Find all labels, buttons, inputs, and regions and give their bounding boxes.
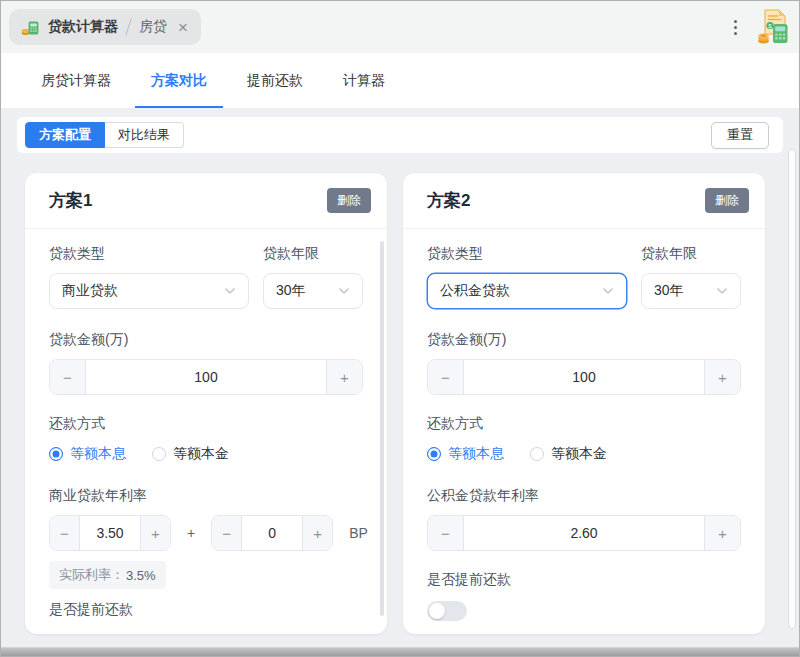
plan2-term-label: 贷款年限 — [641, 245, 741, 263]
titlebar-actions: $ — [728, 7, 793, 47]
page-tab-title: 房贷 — [139, 18, 167, 36]
plan1-amount-input[interactable]: 100 — [86, 360, 326, 394]
bp-unit-label: BP — [349, 525, 368, 541]
plan2-rate-stepper: − 2.60 + — [427, 515, 741, 551]
plan2-header: 方案2 删除 — [403, 173, 765, 229]
plan1-header: 方案1 删除 — [25, 173, 387, 229]
minus-button[interactable]: − — [50, 360, 86, 394]
plan1-term-select[interactable]: 30年 — [263, 273, 363, 309]
plus-button[interactable]: + — [326, 360, 362, 394]
plan1-repay-label: 还款方式 — [49, 415, 363, 433]
plan1-amount-stepper: − 100 + — [49, 359, 363, 395]
tab-close-icon[interactable]: × — [175, 18, 191, 37]
radio-unselected-icon — [530, 447, 544, 461]
plan1-body: 贷款类型 商业贷款 贷款年限 30年 — [25, 229, 387, 634]
plan1-bp-stepper: − 0 + — [211, 515, 333, 551]
plan2-loan-type-select[interactable]: 公积金贷款 — [427, 273, 627, 309]
radio-label: 等额本金 — [173, 445, 229, 463]
minus-button[interactable]: − — [212, 516, 242, 550]
plan2-loan-type-value: 公积金贷款 — [440, 282, 510, 300]
plan2-repay-label: 还款方式 — [427, 415, 741, 433]
plan2-radio-equal-installment[interactable]: 等额本息 — [427, 445, 504, 463]
radio-label: 等额本息 — [70, 445, 126, 463]
minus-button[interactable]: − — [428, 360, 464, 394]
plan1-amount-label: 贷款金额(万) — [49, 331, 363, 349]
plan1-rate-row: − 3.50 + + − 0 + BP — [49, 515, 363, 551]
plan1-loan-type-label: 贷款类型 — [49, 245, 249, 263]
radio-selected-icon — [49, 447, 63, 461]
plan2-repay-options: 等额本息 等额本金 — [427, 445, 741, 463]
reset-button[interactable]: 重置 — [711, 122, 769, 149]
radio-unselected-icon — [152, 447, 166, 461]
comparison-toolbar: 方案配置 对比结果 重置 — [17, 117, 783, 153]
plan1-radio-equal-principal[interactable]: 等额本金 — [152, 445, 229, 463]
plan2-amount-stepper: − 100 + — [427, 359, 741, 395]
plan-cards: 方案1 删除 贷款类型 商业贷款 贷款年限 — [1, 153, 799, 634]
plan2-prepay-label: 是否提前还款 — [427, 571, 741, 589]
tab-mortgage-calculator[interactable]: 房贷计算器 — [25, 53, 127, 108]
plan2-term-value: 30年 — [654, 282, 684, 300]
plan1-repay-options: 等额本息 等额本金 — [49, 445, 363, 463]
app-tab-title: 贷款计算器 — [48, 18, 118, 36]
plan1-title: 方案1 — [49, 189, 92, 212]
plan1-loan-type-select[interactable]: 商业贷款 — [49, 273, 249, 309]
plan2-amount-label: 贷款金额(万) — [427, 331, 741, 349]
radio-label: 等额本金 — [551, 445, 607, 463]
plan1-loan-type-value: 商业贷款 — [62, 282, 118, 300]
radio-selected-icon — [427, 447, 441, 461]
plan2-prepay-toggle[interactable] — [427, 601, 467, 621]
plan1-radio-equal-installment[interactable]: 等额本息 — [49, 445, 126, 463]
plan1-prepay-label: 是否提前还款 — [49, 601, 363, 619]
page-scrollbar-thumb[interactable] — [788, 149, 796, 629]
chevron-down-icon — [716, 287, 728, 295]
titlebar: 贷款计算器 房贷 × $ — [1, 1, 799, 53]
tab-early-repayment[interactable]: 提前还款 — [231, 53, 319, 108]
chevron-down-icon — [338, 287, 350, 295]
minus-button[interactable]: − — [428, 516, 464, 550]
page-scrollbar[interactable] — [787, 111, 797, 646]
plan1-scrollbar[interactable] — [380, 241, 384, 616]
plan1-bp-input[interactable]: 0 — [242, 516, 302, 550]
plan2-title: 方案2 — [427, 189, 470, 212]
actual-rate-value: 3.5% — [126, 568, 156, 583]
plan2-term-select[interactable]: 30年 — [641, 273, 741, 309]
plan2-rate-input[interactable]: 2.60 — [464, 516, 704, 550]
app-window: 贷款计算器 房贷 × $ — [0, 0, 800, 657]
main-tab-bar: 房贷计算器 方案对比 提前还款 计算器 — [1, 53, 799, 109]
plus-button[interactable]: + — [704, 516, 740, 550]
window-bottom-edge — [1, 647, 799, 656]
plan1-rate-stepper: − 3.50 + — [49, 515, 171, 551]
plus-button[interactable]: + — [140, 516, 170, 550]
plus-button[interactable]: + — [704, 360, 740, 394]
plus-button[interactable]: + — [302, 516, 332, 550]
chevron-down-icon — [224, 287, 236, 295]
segment-plan-config[interactable]: 方案配置 — [25, 122, 105, 148]
rate-plus-joiner: + — [187, 525, 195, 541]
actual-rate-label: 实际利率： — [59, 566, 124, 584]
app-logo-icon: $ — [753, 7, 791, 47]
tab-separator — [125, 18, 132, 35]
plan2-rate-label: 公积金贷款年利率 — [427, 487, 741, 505]
plan2-radio-equal-principal[interactable]: 等额本金 — [530, 445, 607, 463]
plan2-loan-type-label: 贷款类型 — [427, 245, 627, 263]
chevron-down-icon — [602, 287, 614, 295]
app-favicon-icon — [21, 18, 40, 37]
plan2-body: 贷款类型 公积金贷款 贷款年限 30年 — [403, 229, 765, 634]
view-segmented-control: 方案配置 对比结果 — [25, 122, 184, 148]
tab-plan-comparison[interactable]: 方案对比 — [135, 53, 223, 108]
segment-comparison-result[interactable]: 对比结果 — [105, 122, 184, 148]
plan1-rate-input[interactable]: 3.50 — [80, 516, 140, 550]
radio-label: 等额本息 — [448, 445, 504, 463]
toggle-knob — [429, 603, 445, 619]
more-menu-icon[interactable] — [728, 14, 743, 41]
plan1-card: 方案1 删除 贷款类型 商业贷款 贷款年限 — [25, 173, 387, 634]
plan1-term-label: 贷款年限 — [263, 245, 363, 263]
browser-tab[interactable]: 贷款计算器 房贷 × — [9, 9, 201, 45]
minus-button[interactable]: − — [50, 516, 80, 550]
plan1-delete-button[interactable]: 删除 — [327, 188, 371, 213]
plan2-card: 方案2 删除 贷款类型 公积金贷款 贷款年限 — [403, 173, 765, 634]
tab-calculator[interactable]: 计算器 — [327, 53, 401, 108]
plan2-amount-input[interactable]: 100 — [464, 360, 704, 394]
plan2-delete-button[interactable]: 删除 — [705, 188, 749, 213]
plan1-term-value: 30年 — [276, 282, 306, 300]
